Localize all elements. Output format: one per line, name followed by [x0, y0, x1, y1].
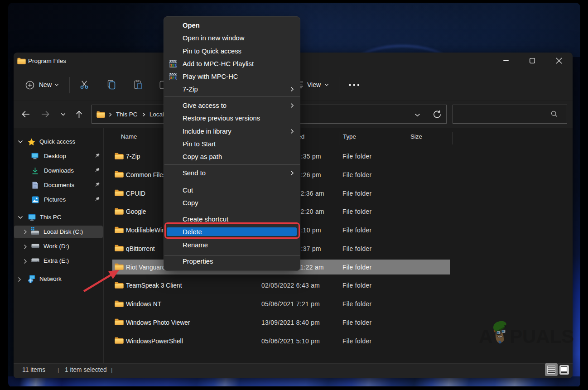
svg-text:2: 2 [172, 63, 174, 67]
svg-text:2: 2 [172, 76, 174, 80]
svg-text:1: 1 [174, 76, 177, 80]
svg-text:1: 1 [174, 63, 177, 67]
